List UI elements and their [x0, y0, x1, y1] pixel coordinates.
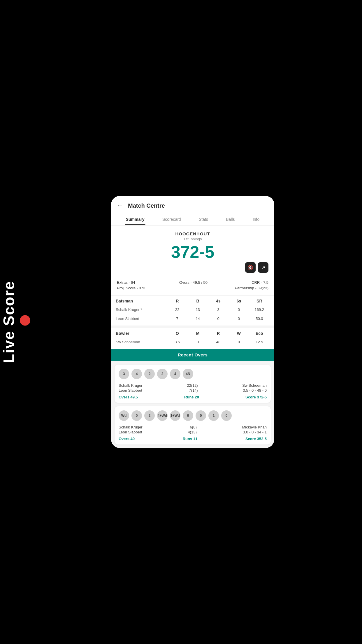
over-1-bowler-info: Sw Schoeman 3.5 - 0 - 48 - 0 [242, 383, 267, 393]
batsman-2-4s: 0 [208, 316, 229, 321]
over-1-batsman-2-score: 7(14) [187, 388, 198, 393]
batsman-2-sr: 50.0 [249, 316, 270, 321]
sr-col-header: SR [249, 299, 270, 303]
bowler-1-o: 3.5 [167, 340, 187, 344]
innings-label: 1st Innings [117, 237, 268, 241]
over-2-overs: Overs 49 [119, 437, 135, 441]
over-2-bowler-figures: 3.0 - 0 - 34 - 1 [242, 430, 267, 434]
over-1-batsman-1: Schalk Kruger [119, 383, 143, 388]
bowler-1-eco: 12.5 [249, 340, 270, 344]
batsman-2-r: 7 [167, 316, 187, 321]
over-2-bowler-name: Mickayle Khan [242, 425, 267, 429]
divider-1 [116, 327, 270, 327]
batsman-1-sr: 169.2 [249, 307, 270, 312]
balls-row-1: 3 4 2 2 4 4N [119, 369, 267, 379]
over-2-players: Schalk Kruger Leon Slabbert [119, 425, 143, 434]
back-button[interactable]: ← [117, 202, 123, 209]
tab-info[interactable]: Info [252, 215, 261, 225]
mute-button[interactable]: 🔇 [245, 262, 256, 273]
batsman-2-6s: 0 [229, 316, 249, 321]
ball-3: 2 [144, 369, 155, 379]
page-title: Match Centre [128, 202, 165, 209]
tab-summary[interactable]: Summary [125, 215, 146, 225]
b-col-header: B [187, 299, 208, 303]
header-top: ← Match Centre [117, 202, 268, 209]
over-2-batsman-2-score: 4(13) [188, 430, 196, 434]
proj-score-info: Proj. Score - 373 [117, 286, 145, 290]
phone-frame: ← Match Centre Summary Scorecard Stats B… [111, 196, 274, 448]
m-col-header: M [187, 331, 208, 336]
ball-2-7: 0 [196, 410, 206, 421]
partnership-info: Partnership - 39(23) [235, 286, 268, 290]
batsman-1-4s: 3 [208, 307, 229, 312]
tabs-bar: Summary Scorecard Stats Balls Info [117, 215, 268, 225]
ball-5: 4 [170, 369, 180, 379]
bowler-1-w: 0 [229, 340, 249, 344]
action-buttons: 🔇 ↗ [117, 262, 268, 273]
tab-scorecard[interactable]: Scorecard [161, 215, 182, 225]
over-2-details: Schalk Kruger Leon Slabbert 6(8) 4(13) M… [119, 425, 267, 434]
match-info: Extras - 84 Overs - 49.5 / 50 CRR - 7.5 … [111, 277, 274, 296]
over-1-overs: Overs 49.5 [119, 395, 138, 399]
batsman-1-r: 22 [167, 307, 187, 312]
4s-col-header: 4s [208, 299, 229, 303]
live-dot [20, 315, 30, 326]
over-1-player-scores: 22(12) 7(14) [187, 383, 198, 393]
tab-balls[interactable]: Balls [225, 215, 236, 225]
over-2-score: Score 352-5 [245, 437, 267, 441]
over-2-batsman-2: Leon Slabbert [119, 430, 143, 434]
over-1-players: Schalk Kruger Leon Slabbert [119, 383, 143, 393]
ball-6: 4N [183, 369, 193, 379]
ball-2: 4 [131, 369, 142, 379]
ball-4: 2 [157, 369, 168, 379]
ball-2-9: 0 [221, 410, 232, 421]
over-1-bowler-figures: 3.5 - 0 - 48 - 0 [242, 388, 267, 393]
over-2-footer: Overs 49 Runs 11 Score 352-5 [119, 437, 267, 441]
over-1-runs: Runs 20 [184, 395, 199, 399]
over-2-batsman-1-score: 6(8) [188, 425, 196, 429]
over-1-bowler-name: Sw Schoeman [242, 383, 267, 388]
r-bowler-col-header: R [208, 331, 229, 336]
batsman-2-b: 14 [187, 316, 208, 321]
batsmen-header: Batsman R B 4s 6s SR [116, 296, 270, 305]
over-1-batsman-2: Leon Slabbert [119, 388, 143, 393]
mute-icon: 🔇 [247, 265, 253, 270]
over-1-score: Score 372-5 [245, 395, 267, 399]
batsman-1-name: Schalk Kruger * [116, 307, 167, 312]
over-2-player-scores: 6(8) 4(13) [188, 425, 196, 434]
over-card-2: Wd 0 2 4+Wd 1+Wd 0 0 1 0 Schalk Kruger L… [115, 406, 271, 444]
share-button[interactable]: ↗ [258, 262, 268, 273]
ball-2-4: 4+Wd [157, 410, 168, 421]
r-col-header: R [167, 299, 187, 303]
bowler-1-m: 0 [187, 340, 208, 344]
crr-info: CRR - 7.5 [252, 280, 268, 285]
tab-stats[interactable]: Stats [198, 215, 209, 225]
over-1-details: Schalk Kruger Leon Slabbert 22(12) 7(14)… [119, 383, 267, 393]
bowler-1-r: 48 [208, 340, 229, 344]
over-2-runs: Runs 11 [183, 437, 198, 441]
ball-2-1: Wd [119, 410, 129, 421]
balls-row-2: Wd 0 2 4+Wd 1+Wd 0 0 1 0 [119, 410, 267, 421]
overs-info: Overs - 49.5 / 50 [179, 280, 208, 285]
recent-overs-title: Recent Overs [178, 352, 208, 357]
share-icon: ↗ [261, 265, 265, 270]
ball-2-2: 0 [131, 410, 142, 421]
info-row-1: Extras - 84 Overs - 49.5 / 50 CRR - 7.5 [117, 280, 268, 285]
over-1-footer: Overs 49.5 Runs 20 Score 372-5 [119, 395, 267, 399]
header: ← Match Centre Summary Scorecard Stats B… [111, 196, 274, 225]
over-card-1: 3 4 2 2 4 4N Schalk Kruger Leon Slabbert… [115, 365, 271, 403]
ball-2-6: 0 [183, 410, 193, 421]
main-score: 372-5 [117, 244, 268, 260]
extras-info: Extras - 84 [117, 280, 135, 285]
score-section: HOOGENHOUT 1st Innings 372-5 🔇 ↗ [111, 225, 274, 277]
bowler-header: Bowler O M R W Eco [116, 328, 270, 337]
info-row-2: Proj. Score - 373 Partnership - 39(23) [117, 286, 268, 290]
bowler-1-name: Sw Schoeman [116, 340, 167, 344]
batsman-row-2: Leon Slabbert 7 14 0 0 50.0 [116, 314, 270, 323]
batsman-2-name: Leon Slabbert [116, 316, 167, 321]
ball-1: 3 [119, 369, 129, 379]
6s-col-header: 6s [229, 299, 249, 303]
ball-2-3: 2 [144, 410, 155, 421]
batsman-1-b: 13 [187, 307, 208, 312]
batsman-col-header: Batsman [116, 299, 167, 303]
